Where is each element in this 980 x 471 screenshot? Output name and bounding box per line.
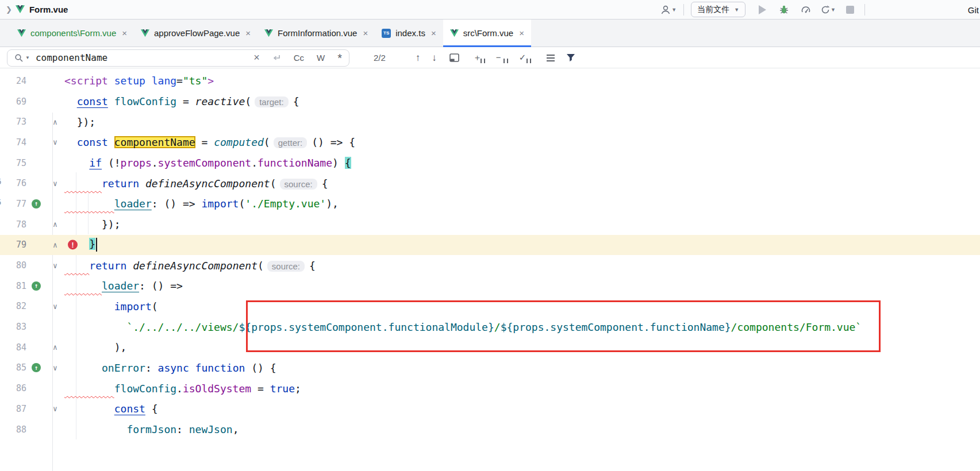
code-text[interactable]: flowConfig.isOldSystem = true; bbox=[64, 383, 980, 395]
gutter-implementation-icon[interactable]: ↑ bbox=[32, 363, 41, 372]
fold-marker-icon[interactable]: ∨ bbox=[53, 138, 57, 146]
code-line-row[interactable]: 75 if (!props.systemComponent.functionNa… bbox=[0, 153, 980, 173]
fold-marker-icon[interactable]: ∨ bbox=[53, 404, 57, 413]
code-text[interactable]: const componentName = computed(getter:()… bbox=[64, 136, 980, 148]
code-line-row[interactable]: 82∨ import( bbox=[0, 296, 980, 317]
fold-marker-icon[interactable]: ∨ bbox=[53, 364, 57, 372]
code-token: ( bbox=[270, 177, 276, 190]
fold-marker-icon[interactable]: ∧ bbox=[53, 343, 57, 352]
select-occurrences-icon[interactable]: ✓ bbox=[519, 52, 532, 64]
git-toolbar-label[interactable]: Git bbox=[968, 0, 980, 20]
line-number: 83 bbox=[0, 322, 26, 332]
code-line-row[interactable]: 73∧ }); bbox=[0, 111, 980, 132]
code-line-row[interactable]: 83 `./../../../views/${props.systemCompo… bbox=[0, 316, 980, 337]
line-number: 84 bbox=[0, 342, 26, 353]
code-line-row[interactable]: 85↑∨ onError: async function () { bbox=[0, 358, 980, 379]
code-text[interactable]: if (!props.systemComponent.functionName)… bbox=[64, 157, 980, 169]
close-tab-icon[interactable]: × bbox=[122, 28, 127, 38]
code-token: }); bbox=[77, 116, 96, 128]
code-text[interactable]: <script setup lang="ts"> bbox=[64, 75, 980, 87]
close-tab-icon[interactable]: × bbox=[363, 28, 368, 38]
code-token: () => { bbox=[312, 136, 355, 148]
code-line-row[interactable]: 24<script setup lang="ts"> bbox=[0, 71, 980, 91]
run-config-select[interactable]: 当前文件 ▼ bbox=[691, 2, 745, 17]
code-text[interactable]: formJson: newJson, bbox=[64, 423, 980, 435]
match-case-toggle[interactable]: Cc bbox=[294, 53, 304, 63]
editor-tab[interactable]: components\Form.vue× bbox=[10, 20, 134, 47]
line-number: 85 bbox=[0, 362, 26, 373]
tab-label: approveFlowPage.vue bbox=[154, 28, 240, 38]
editor-tab[interactable]: TSindex.ts× bbox=[375, 20, 443, 47]
add-occurrence-icon[interactable]: ＋ bbox=[473, 52, 486, 64]
next-occurrence-button[interactable]: ↓ bbox=[432, 52, 437, 64]
fold-marker-icon[interactable]: ∧ bbox=[53, 241, 57, 249]
code-line-row[interactable]: 80∨ return defineAsyncComponent(source:{ bbox=[0, 255, 980, 276]
code-line-row[interactable]: 84∧ ), bbox=[0, 337, 980, 358]
occurrences-list-icon[interactable] bbox=[547, 55, 555, 61]
fold-marker-icon[interactable]: ∨ bbox=[53, 261, 57, 270]
whole-words-toggle[interactable]: W bbox=[317, 53, 325, 63]
code-text[interactable]: }); bbox=[64, 116, 980, 128]
code-text[interactable]: return defineAsyncComponent(source:{ bbox=[64, 177, 980, 190]
code-line-row[interactable]: 81↑ loader: () => bbox=[0, 276, 980, 296]
code-text[interactable]: const { bbox=[64, 403, 980, 415]
fold-marker-icon[interactable]: ∨ bbox=[53, 302, 57, 311]
search-history-chevron-icon[interactable]: ▼ bbox=[25, 55, 30, 60]
open-in-find-window-icon[interactable] bbox=[449, 53, 459, 62]
code-text[interactable]: } bbox=[64, 238, 980, 252]
gutter-implementation-icon[interactable]: ↑ bbox=[32, 199, 41, 209]
code-line-row[interactable]: 69 const flowConfig = reactive(target:{ bbox=[0, 91, 980, 112]
code-text[interactable]: }); bbox=[64, 218, 980, 230]
editor-tab[interactable]: src\Form.vue× bbox=[443, 20, 531, 47]
code-line-row[interactable]: 76∨ return defineAsyncComponent(source:{ bbox=[0, 173, 980, 194]
editor-tab[interactable]: FormInformation.vue× bbox=[258, 20, 375, 47]
stop-button[interactable] bbox=[843, 2, 858, 17]
code-text[interactable]: loader: () => bbox=[64, 280, 980, 292]
user-account-icon[interactable]: ▼ bbox=[660, 2, 677, 17]
close-tab-icon[interactable]: × bbox=[519, 28, 524, 38]
code-text[interactable]: `./../../../views/${props.systemComponen… bbox=[64, 321, 980, 333]
fold-marker-icon[interactable]: ∧ bbox=[53, 220, 57, 229]
code-text[interactable]: const flowConfig = reactive(target:{ bbox=[64, 95, 980, 107]
previous-occurrence-button[interactable]: ↑ bbox=[416, 52, 421, 64]
clear-search-icon[interactable]: × bbox=[253, 52, 260, 64]
error-icon[interactable]: ! bbox=[68, 240, 78, 250]
play-icon bbox=[759, 5, 766, 14]
search-input[interactable]: ▼ componentName × Cc W * bbox=[7, 49, 349, 67]
code-token: if bbox=[89, 157, 102, 169]
collapse-chevron-icon[interactable]: ❯ bbox=[6, 5, 12, 14]
code-line-row[interactable]: 78∧ }); bbox=[0, 214, 980, 235]
close-tab-icon[interactable]: × bbox=[431, 28, 436, 38]
newline-icon[interactable] bbox=[272, 54, 281, 61]
code-text[interactable]: loader: () => import('./Empty.vue'), bbox=[64, 198, 980, 210]
run-button[interactable] bbox=[755, 2, 770, 17]
gutter-implementation-icon[interactable]: ↑ bbox=[32, 281, 41, 291]
profiler-button[interactable] bbox=[798, 2, 813, 17]
rerun-button[interactable]: ▼ bbox=[820, 2, 836, 17]
code-text[interactable]: return defineAsyncComponent(source:{ bbox=[64, 260, 980, 272]
editor-tab[interactable]: approveFlowPage.vue× bbox=[134, 20, 258, 47]
code-text[interactable]: ), bbox=[64, 341, 980, 353]
code-token bbox=[64, 341, 114, 353]
close-tab-icon[interactable]: × bbox=[245, 28, 251, 38]
code-line-row[interactable]: 86 flowConfig.isOldSystem = true; bbox=[0, 378, 980, 399]
code-editor[interactable]: 24<script setup lang="ts">69 const flowC… bbox=[0, 69, 980, 471]
regex-toggle[interactable]: * bbox=[337, 55, 342, 61]
code-token: (! bbox=[102, 157, 121, 169]
fold-marker-icon[interactable]: ∨ bbox=[53, 179, 57, 188]
tab-label: index.ts bbox=[395, 28, 425, 38]
code-token: ( bbox=[264, 136, 270, 148]
matched-brace-highlight: } bbox=[89, 238, 95, 250]
code-text[interactable]: onError: async function () { bbox=[64, 362, 980, 374]
code-line-row[interactable]: 77↑ loader: () => import('./Empty.vue'), bbox=[0, 194, 980, 214]
code-line-row[interactable]: 79∧ }! bbox=[0, 235, 980, 256]
code-text[interactable]: import( bbox=[64, 300, 980, 312]
remove-occurrence-icon[interactable]: − bbox=[496, 52, 509, 64]
fold-marker-icon[interactable]: ∧ bbox=[53, 118, 57, 126]
debug-button[interactable] bbox=[777, 2, 791, 17]
code-line-row[interactable]: 74∨ const componentName = computed(gette… bbox=[0, 132, 980, 153]
code-line-row[interactable]: 87∨ const { bbox=[0, 399, 980, 419]
filter-icon[interactable] bbox=[566, 53, 575, 62]
code-line-row[interactable]: 88 formJson: newJson, bbox=[0, 419, 980, 440]
code-token bbox=[64, 423, 126, 435]
